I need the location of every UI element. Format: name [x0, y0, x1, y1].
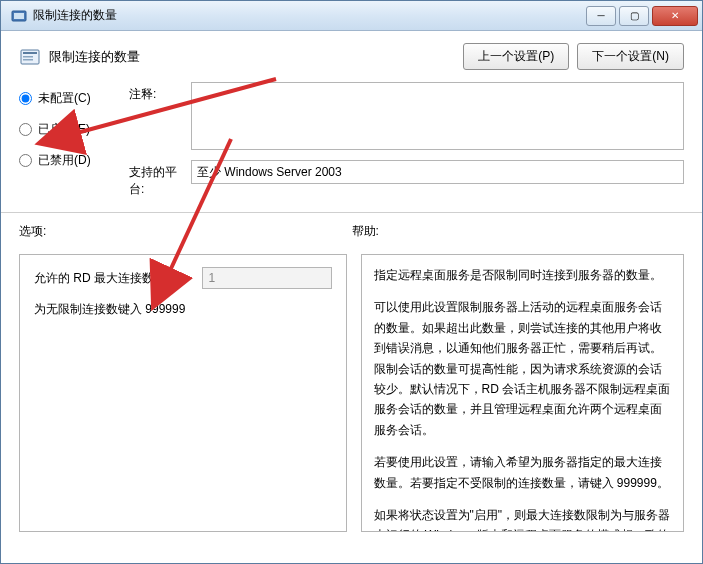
content-area: 限制连接的数量 上一个设置(P) 下一个设置(N) 未配置(C) 已启用(E) …: [1, 31, 702, 563]
config-area: 未配置(C) 已启用(E) 已禁用(D) 注释: 支持的平台:: [1, 78, 702, 198]
comment-input[interactable]: [191, 82, 684, 150]
window-title: 限制连接的数量: [33, 7, 583, 24]
options-section-label: 选项:: [19, 223, 352, 240]
platform-value: [191, 160, 684, 184]
fields-col: 注释: 支持的平台:: [129, 82, 684, 198]
divider: [1, 212, 702, 213]
radio-disabled-label: 已禁用(D): [38, 152, 91, 169]
maximize-button[interactable]: ▢: [619, 6, 649, 26]
titlebar: 限制连接的数量 ─ ▢ ✕: [1, 1, 702, 31]
radio-not-configured-input[interactable]: [19, 92, 32, 105]
nav-buttons: 上一个设置(P) 下一个设置(N): [463, 43, 684, 70]
close-button[interactable]: ✕: [652, 6, 698, 26]
unlimited-hint: 为无限制连接数键入 999999: [34, 301, 332, 318]
page-title: 限制连接的数量: [49, 48, 463, 66]
svg-rect-3: [23, 52, 37, 54]
comment-label: 注释:: [129, 82, 191, 103]
help-panel[interactable]: 指定远程桌面服务是否限制同时连接到服务器的数量。 可以使用此设置限制服务器上活动…: [361, 254, 685, 532]
radio-disabled-input[interactable]: [19, 154, 32, 167]
help-section-label: 帮助:: [352, 223, 685, 240]
svg-rect-4: [23, 56, 33, 58]
max-connections-input[interactable]: [203, 268, 365, 288]
lower-panels: 允许的 RD 最大连接数 ▲ ▼ 为无限制连接数键入 999999 指定远程桌面…: [1, 240, 702, 550]
platform-row: 支持的平台:: [129, 160, 684, 198]
radio-not-configured-label: 未配置(C): [38, 90, 91, 107]
prev-setting-button[interactable]: 上一个设置(P): [463, 43, 569, 70]
radio-enabled-input[interactable]: [19, 123, 32, 136]
minimize-button[interactable]: ─: [586, 6, 616, 26]
policy-icon: [19, 46, 41, 68]
help-text: 若要使用此设置，请输入希望为服务器指定的最大连接数量。若要指定不受限制的连接数量…: [374, 452, 672, 493]
svg-rect-1: [14, 13, 24, 19]
radio-disabled[interactable]: 已禁用(D): [19, 152, 129, 169]
next-setting-button[interactable]: 下一个设置(N): [577, 43, 684, 70]
window-controls: ─ ▢ ✕: [583, 6, 698, 26]
options-panel: 允许的 RD 最大连接数 ▲ ▼ 为无限制连接数键入 999999: [19, 254, 347, 532]
max-connections-row: 允许的 RD 最大连接数 ▲ ▼: [34, 267, 332, 289]
radio-not-configured[interactable]: 未配置(C): [19, 90, 129, 107]
section-labels: 选项: 帮助:: [1, 223, 702, 240]
header-row: 限制连接的数量 上一个设置(P) 下一个设置(N): [1, 31, 702, 78]
app-icon: [11, 8, 27, 24]
comment-row: 注释:: [129, 82, 684, 150]
radio-enabled[interactable]: 已启用(E): [19, 121, 129, 138]
radio-enabled-label: 已启用(E): [38, 121, 90, 138]
help-text: 指定远程桌面服务是否限制同时连接到服务器的数量。: [374, 265, 672, 285]
svg-rect-5: [23, 59, 33, 61]
policy-editor-window: 限制连接的数量 ─ ▢ ✕ 限制连接的数量 上一个设置(P) 下一个设置(N) …: [0, 0, 703, 564]
platform-label: 支持的平台:: [129, 160, 191, 198]
state-radio-group: 未配置(C) 已启用(E) 已禁用(D): [19, 82, 129, 198]
max-connections-label: 允许的 RD 最大连接数: [34, 270, 202, 287]
help-text: 可以使用此设置限制服务器上活动的远程桌面服务会话的数量。如果超出此数量，则尝试连…: [374, 297, 672, 440]
max-connections-spinner[interactable]: ▲ ▼: [202, 267, 332, 289]
help-text: 如果将状态设置为"启用"，则最大连接数限制为与服务器上运行的 Windows 版…: [374, 505, 672, 532]
